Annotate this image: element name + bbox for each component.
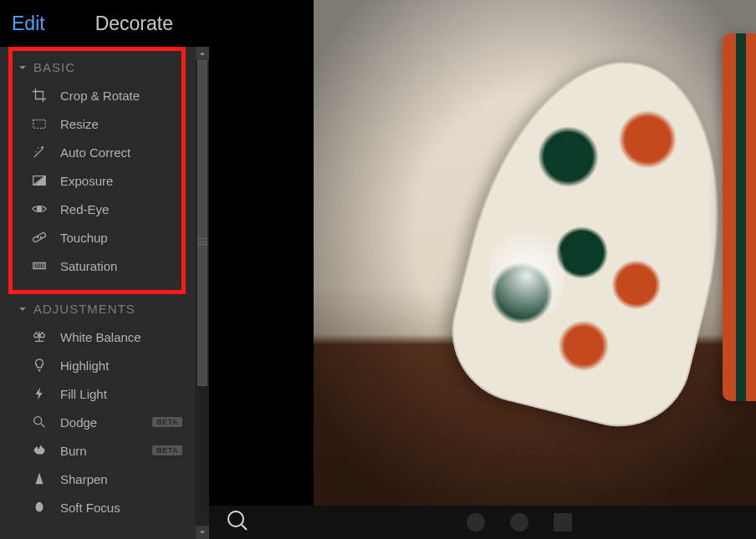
svg-point-2 xyxy=(37,206,41,211)
crop-icon xyxy=(30,88,49,103)
scroll-down-button[interactable] xyxy=(196,526,209,539)
tool-burn[interactable]: Burn BETA xyxy=(0,436,196,465)
sharpen-icon xyxy=(30,471,49,486)
section-adjustments: ADJUSTMENTS White Balance Highlight Fill… xyxy=(0,280,196,521)
scroll-up-button[interactable] xyxy=(196,47,209,60)
control-dot[interactable] xyxy=(467,513,485,531)
canvas-area xyxy=(209,0,756,539)
svg-rect-3 xyxy=(33,232,47,243)
scroll-thumb[interactable] xyxy=(197,60,207,386)
control-dot[interactable] xyxy=(510,513,529,531)
eye-icon xyxy=(30,201,49,216)
scroll-track[interactable] xyxy=(196,60,209,526)
section-basic: BASIC Crop & Rotate Resize Auto Correct … xyxy=(0,47,196,280)
tool-label: Dodge xyxy=(60,415,97,430)
tool-panel: BASIC Crop & Rotate Resize Auto Correct … xyxy=(0,47,196,539)
tool-label: White Balance xyxy=(60,330,141,344)
tool-label: Touchup xyxy=(60,231,108,245)
bulb-icon xyxy=(30,358,49,373)
tool-label: Resize xyxy=(60,117,99,131)
zoom-icon[interactable] xyxy=(226,509,249,536)
svg-point-5 xyxy=(40,236,41,237)
section-title: ADJUSTMENTS xyxy=(33,302,135,316)
photo-content xyxy=(314,0,756,522)
tool-label: Burn xyxy=(60,444,87,458)
panel-scrollbar[interactable] xyxy=(196,47,209,539)
tool-label: Soft Focus xyxy=(60,501,120,515)
caret-down-icon xyxy=(18,305,27,313)
section-header-adjustments[interactable]: ADJUSTMENTS xyxy=(0,295,196,323)
tool-label: Crop & Rotate xyxy=(60,89,140,103)
edited-image[interactable] xyxy=(314,0,756,522)
skateboard-deck xyxy=(437,34,756,441)
control-dot[interactable] xyxy=(554,513,572,531)
saturation-icon xyxy=(30,258,49,273)
caret-down-icon xyxy=(18,64,27,72)
svg-rect-0 xyxy=(33,120,45,129)
section-title: BASIC xyxy=(33,60,75,74)
tool-touchup[interactable]: Touchup xyxy=(0,223,196,252)
svg-point-4 xyxy=(38,236,38,237)
skateboard-deck-side xyxy=(723,33,756,401)
tool-label: Auto Correct xyxy=(60,145,130,160)
tool-label: Sharpen xyxy=(60,472,108,486)
canvas-toolbar xyxy=(209,506,756,539)
beta-badge: BETA xyxy=(152,445,182,455)
tool-auto-correct[interactable]: Auto Correct xyxy=(0,138,196,166)
magnify-icon xyxy=(30,414,49,430)
svg-point-7 xyxy=(34,417,42,425)
softfocus-icon xyxy=(30,500,49,515)
tab-decorate[interactable]: Decorate xyxy=(95,13,173,35)
tool-resize[interactable]: Resize xyxy=(0,109,196,138)
tool-label: Red-Eye xyxy=(60,202,109,216)
wand-icon xyxy=(30,145,49,160)
tool-highlight[interactable]: Highlight xyxy=(0,351,196,379)
tool-saturation[interactable]: Saturation xyxy=(0,252,196,280)
scroll-grip xyxy=(197,236,207,247)
tool-red-eye[interactable]: Red-Eye xyxy=(0,195,196,223)
tool-soft-focus[interactable]: Soft Focus xyxy=(0,493,196,521)
burn-icon xyxy=(30,443,49,458)
tool-fill-light[interactable]: Fill Light xyxy=(0,379,196,408)
tool-panel-wrap: BASIC Crop & Rotate Resize Auto Correct … xyxy=(0,47,209,539)
tool-label: Saturation xyxy=(60,259,117,273)
canvas-mini-controls xyxy=(467,513,572,531)
tab-edit[interactable]: Edit xyxy=(12,13,45,35)
tool-exposure[interactable]: Exposure xyxy=(0,166,196,195)
tool-crop-rotate[interactable]: Crop & Rotate xyxy=(0,81,196,109)
tool-sharpen[interactable]: Sharpen xyxy=(0,465,196,493)
tool-white-balance[interactable]: White Balance xyxy=(0,323,196,351)
beta-badge: BETA xyxy=(152,417,182,427)
bandaid-icon xyxy=(30,230,49,245)
flash-icon xyxy=(30,386,49,401)
svg-point-8 xyxy=(228,511,243,526)
exposure-icon xyxy=(30,173,49,188)
tool-label: Highlight xyxy=(60,358,109,373)
tool-label: Exposure xyxy=(60,174,113,188)
tool-dodge[interactable]: Dodge BETA xyxy=(0,408,196,436)
tool-label: Fill Light xyxy=(60,387,107,401)
resize-icon xyxy=(30,116,49,131)
section-header-basic[interactable]: BASIC xyxy=(0,53,196,81)
balance-icon xyxy=(30,329,49,344)
